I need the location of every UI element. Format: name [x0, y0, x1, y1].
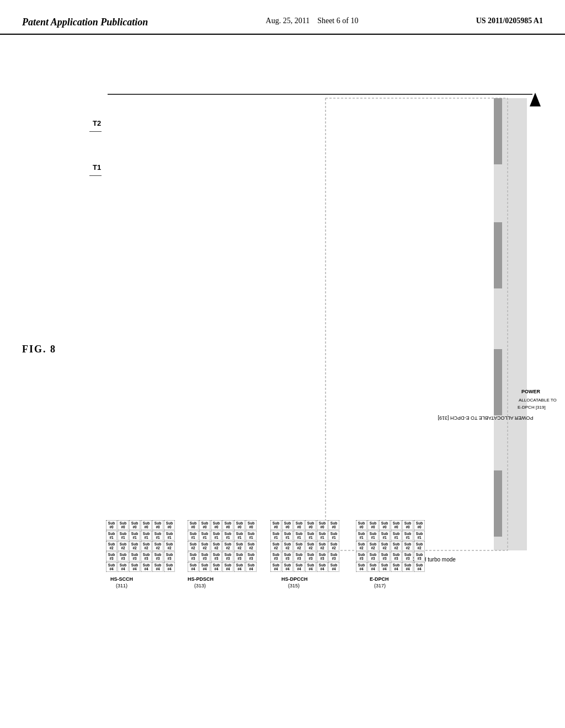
sub-cell: Sub#3: [391, 552, 402, 561]
sub-cell: Sub#4: [414, 562, 425, 572]
sub-cell: Sub#4: [106, 562, 117, 572]
sub-cell: Sub#2: [414, 541, 425, 551]
sub-cell: Sub#3: [402, 552, 413, 561]
sub-cell: Sub#3: [356, 552, 367, 561]
sub-cell: Sub#3: [118, 552, 129, 561]
sub-cell: Sub#0: [294, 520, 305, 530]
sub-cell: Sub#3: [379, 552, 390, 561]
sub-cell: Sub#0: [211, 520, 222, 530]
sub-cell: Sub#0: [328, 520, 339, 530]
sub-cell: Sub#4: [188, 562, 199, 572]
sub-cell: Sub#1: [222, 531, 233, 540]
sub-cell: Sub#0: [234, 520, 245, 530]
sub-cell: Sub#4: [328, 562, 339, 572]
sub-cell: Sub#0: [222, 520, 233, 530]
sub-cell: Sub#3: [367, 552, 379, 561]
sub-cell: Sub#3: [129, 552, 140, 561]
sub-cell: Sub#0: [402, 520, 413, 530]
sub-cell: Sub#4: [391, 562, 402, 572]
sub-cell: Sub#4: [129, 562, 140, 572]
sub-cell: Sub#0: [391, 520, 402, 530]
subframe-grid: Sub#0Sub#1Sub#2Sub#3Sub#4Sub#0Sub#1Sub#2…: [0, 35, 565, 708]
sub-cell: Sub#2: [402, 541, 413, 551]
sub-cell: Sub#1: [270, 531, 281, 540]
sub-cell: Sub#3: [270, 552, 281, 561]
sub-cell: Sub#4: [282, 562, 293, 572]
sub-cell: Sub#2: [141, 541, 152, 551]
sub-cell: Sub#3: [328, 552, 339, 561]
sub-cell: Sub#3: [199, 552, 210, 561]
sub-cell: Sub#2: [129, 541, 140, 551]
sub-cell: Sub#0: [246, 520, 257, 530]
sub-cell: Sub#2: [356, 541, 367, 551]
sub-cell: Sub#3: [305, 552, 316, 561]
sub-cell: Sub#4: [317, 562, 328, 572]
sub-cell: Sub#4: [141, 562, 152, 572]
sub-cell: Sub#3: [234, 552, 245, 561]
sub-cell: Sub#3: [317, 552, 328, 561]
sub-cell: Sub#0: [356, 520, 367, 530]
sub-cell: Sub#4: [152, 562, 163, 572]
sub-cell: Sub#2: [211, 541, 222, 551]
sub-cell: Sub#1: [211, 531, 222, 540]
sub-cell: Sub#2: [152, 541, 163, 551]
sub-cell: Sub#1: [402, 531, 413, 540]
publication-date-sheet: Aug. 25, 2011 Sheet 6 of 10: [266, 17, 359, 25]
sub-cell: Sub#1: [414, 531, 425, 540]
sub-cell: Sub#2: [118, 541, 129, 551]
sub-cell: Sub#2: [328, 541, 339, 551]
sub-cell: Sub#0: [164, 520, 175, 530]
sub-cell: Sub#0: [118, 520, 129, 530]
sub-cell: Sub#2: [305, 541, 316, 551]
sub-cell: Sub#1: [118, 531, 129, 540]
sub-cell: Sub#4: [118, 562, 129, 572]
sub-cell: Sub#2: [379, 541, 390, 551]
sub-cell: Sub#2: [222, 541, 233, 551]
sub-cell: Sub#1: [391, 531, 402, 540]
sub-cell: Sub#4: [164, 562, 175, 572]
sub-cell: Sub#1: [367, 531, 379, 540]
publication-title: Patent Application Publication: [22, 17, 148, 28]
sub-cell: Sub#2: [294, 541, 305, 551]
publication-number: US 2011/0205985 A1: [476, 17, 543, 25]
sub-cell: Sub#3: [211, 552, 222, 561]
sub-cell: Sub#2: [367, 541, 379, 551]
sub-cell: Sub#2: [246, 541, 257, 551]
sub-cell: Sub#3: [282, 552, 293, 561]
sub-cell: Sub#4: [199, 562, 210, 572]
sub-cell: Sub#4: [270, 562, 281, 572]
sub-cell: Sub#0: [129, 520, 140, 530]
sub-cell: Sub#2: [391, 541, 402, 551]
page-header: Patent Application Publication Aug. 25, …: [0, 0, 565, 35]
sub-cell: Sub#1: [317, 531, 328, 540]
sub-cell: Sub#0: [317, 520, 328, 530]
sub-cell: Sub#0: [106, 520, 117, 530]
sub-cell: Sub#3: [246, 552, 257, 561]
sub-cell: Sub#1: [141, 531, 152, 540]
sub-cell: Sub#1: [234, 531, 245, 540]
sub-cell: Sub#1: [152, 531, 163, 540]
sub-cell: Sub#4: [294, 562, 305, 572]
sub-cell: Sub#1: [328, 531, 339, 540]
sub-cell: Sub#0: [367, 520, 379, 530]
sub-cell: Sub#3: [106, 552, 117, 561]
sub-cell: Sub#1: [305, 531, 316, 540]
sub-cell: Sub#3: [188, 552, 199, 561]
sub-cell: Sub#0: [199, 520, 210, 530]
sub-cell: Sub#3: [414, 552, 425, 561]
sub-cell: Sub#2: [106, 541, 117, 551]
sub-cell: Sub#3: [141, 552, 152, 561]
sub-cell: Sub#1: [379, 531, 390, 540]
sub-cell: Sub#2: [270, 541, 281, 551]
sub-cell: Sub#3: [152, 552, 163, 561]
sub-cell: Sub#1: [282, 531, 293, 540]
sub-cell: Sub#2: [188, 541, 199, 551]
sub-cell: Sub#0: [282, 520, 293, 530]
sub-cell: Sub#4: [379, 562, 390, 572]
sub-cell: Sub#4: [246, 562, 257, 572]
sub-cell: Sub#2: [234, 541, 245, 551]
sub-cell: Sub#1: [164, 531, 175, 540]
sub-cell: Sub#1: [294, 531, 305, 540]
sub-cell: Sub#1: [188, 531, 199, 540]
sub-cell: Sub#0: [414, 520, 425, 530]
